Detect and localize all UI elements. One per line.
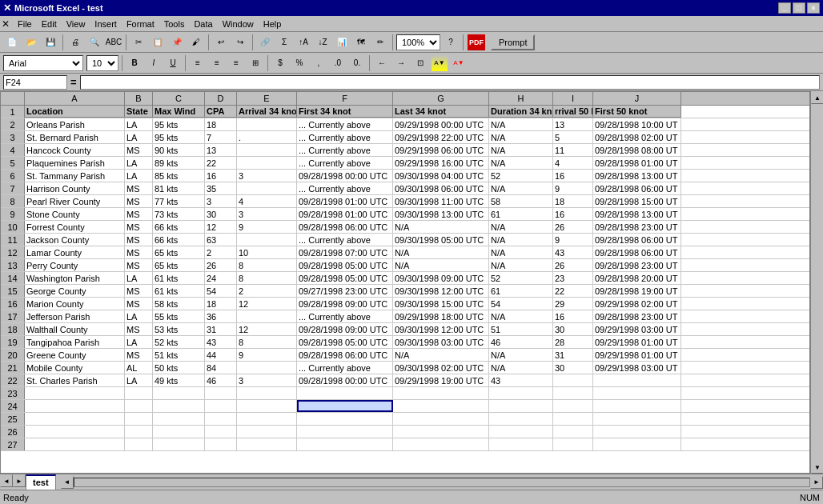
cell-20-0[interactable]: Greene County — [25, 349, 125, 361]
cell-12-4[interactable]: 10 — [237, 246, 297, 258]
cell-12-9[interactable]: 09/28/1998 06:00 UT — [593, 246, 681, 258]
cell-g1[interactable]: Last 34 knot — [393, 106, 489, 118]
cell-7-3[interactable]: 35 — [205, 182, 237, 194]
sheet-scroll-right-button[interactable]: ► — [13, 474, 26, 487]
font-size-selector[interactable]: 10 — [86, 55, 118, 71]
cell-18-2[interactable]: 53 kts — [153, 323, 205, 335]
cell-20-6[interactable]: N/A — [393, 349, 489, 361]
menu-data[interactable]: Data — [189, 18, 217, 30]
cell-23-8[interactable] — [553, 387, 593, 399]
cell-16-2[interactable]: 58 kts — [153, 298, 205, 310]
increase-indent-button[interactable]: → — [392, 54, 410, 72]
cell-17-1[interactable]: LA — [125, 310, 153, 322]
cell-17-7[interactable]: N/A — [489, 310, 553, 322]
col-header-f[interactable]: F — [297, 92, 393, 105]
cell-9-2[interactable]: 73 kts — [153, 208, 205, 220]
zoom-selector[interactable]: 100% — [396, 34, 440, 50]
cell-9-1[interactable]: MS — [125, 208, 153, 220]
cell-25-6[interactable] — [393, 413, 489, 425]
cell-6-0[interactable]: St. Tammany Parish — [25, 170, 125, 182]
cell-4-5[interactable]: ... Currently above — [297, 144, 393, 156]
save-button[interactable]: 💾 — [42, 34, 59, 51]
cell-24-2[interactable] — [153, 400, 205, 412]
cell-23-6[interactable] — [393, 387, 489, 399]
cell-16-8[interactable]: 29 — [553, 298, 593, 310]
cell-11-0[interactable]: Jackson County — [25, 234, 125, 246]
cell-25-9[interactable] — [593, 413, 681, 425]
cell-3-9[interactable]: 09/28/1998 02:00 UT — [593, 131, 681, 143]
cell-26-0[interactable] — [25, 426, 125, 438]
cell-7-8[interactable]: 9 — [553, 182, 593, 194]
col-header-j[interactable]: J — [593, 92, 681, 105]
cell-20-2[interactable]: 51 kts — [153, 349, 205, 361]
cell-8-6[interactable]: 09/30/1998 11:00 UTC — [393, 195, 489, 207]
cell-4-7[interactable]: N/A — [489, 144, 553, 156]
cell-9-9[interactable]: 09/28/1998 13:00 UT — [593, 208, 681, 220]
cell-14-1[interactable]: LA — [125, 272, 153, 284]
cell-22-0[interactable]: St. Charles Parish — [25, 374, 125, 386]
cell-21-1[interactable]: AL — [125, 362, 153, 374]
cell-15-1[interactable]: MS — [125, 285, 153, 297]
cell-f1[interactable]: First 34 knot — [297, 106, 393, 118]
cell-18-3[interactable]: 31 — [205, 323, 237, 335]
cell-21-6[interactable]: 09/30/1998 02:00 UTC — [393, 362, 489, 374]
cell-3-3[interactable]: 7 — [205, 131, 237, 143]
sort-desc-button[interactable]: ↓Z — [314, 34, 331, 51]
cell-21-2[interactable]: 50 kts — [153, 362, 205, 374]
cell-25-0[interactable] — [25, 413, 125, 425]
cell-13-3[interactable]: 26 — [205, 259, 237, 271]
cell-26-1[interactable] — [125, 426, 153, 438]
cell-20-5[interactable]: 09/28/1998 06:00 UTC — [297, 349, 393, 361]
cell-5-2[interactable]: 89 kts — [153, 157, 205, 169]
cell-3-0[interactable]: St. Bernard Parish — [25, 131, 125, 143]
cell-26-3[interactable] — [205, 426, 237, 438]
print-preview-button[interactable]: 🔍 — [86, 34, 103, 51]
cell-27-2[interactable] — [153, 438, 205, 450]
cell-11-8[interactable]: 9 — [553, 234, 593, 246]
pdf-button[interactable]: PDF — [467, 34, 486, 51]
menu-format[interactable]: Format — [122, 18, 159, 30]
cell-3-2[interactable]: 95 kts — [153, 131, 205, 143]
cell-15-5[interactable]: 09/27/1998 23:00 UTC — [297, 285, 393, 297]
cell-9-4[interactable]: 3 — [237, 208, 297, 220]
cell-19-8[interactable]: 28 — [553, 336, 593, 348]
cell-6-6[interactable]: 09/30/1998 04:00 UTC — [393, 170, 489, 182]
cell-27-1[interactable] — [125, 438, 153, 450]
cell-6-8[interactable]: 16 — [553, 170, 593, 182]
percent-button[interactable]: % — [291, 54, 308, 72]
cell-13-2[interactable]: 65 kts — [153, 259, 205, 271]
cell-4-0[interactable]: Hancock County — [25, 144, 125, 156]
cell-11-3[interactable]: 63 — [205, 234, 237, 246]
cell-9-0[interactable]: Stone County — [25, 208, 125, 220]
cell-15-2[interactable]: 61 kts — [153, 285, 205, 297]
scroll-track[interactable] — [811, 104, 823, 461]
cell-12-2[interactable]: 65 kts — [153, 246, 205, 258]
cell-22-1[interactable]: LA — [125, 374, 153, 386]
cell-8-1[interactable]: MS — [125, 195, 153, 207]
cell-6-7[interactable]: 52 — [489, 170, 553, 182]
cell-2-6[interactable]: 09/29/1998 00:00 UTC — [393, 118, 489, 130]
cell-21-3[interactable]: 84 — [205, 362, 237, 374]
cell-10-3[interactable]: 12 — [205, 221, 237, 233]
h-scroll-track[interactable] — [74, 478, 810, 487]
cell-14-3[interactable]: 24 — [205, 272, 237, 284]
cell-14-5[interactable]: 09/28/1998 05:00 UTC — [297, 272, 393, 284]
cell-19-1[interactable]: LA — [125, 336, 153, 348]
cell-22-8[interactable] — [553, 374, 593, 386]
cell-18-5[interactable]: 09/28/1998 09:00 UTC — [297, 323, 393, 335]
cell-21-5[interactable]: ... Currently above — [297, 362, 393, 374]
scroll-left-button[interactable]: ◄ — [61, 476, 74, 489]
cell-16-7[interactable]: 54 — [489, 298, 553, 310]
underline-button[interactable]: U — [164, 54, 182, 72]
cell-4-2[interactable]: 90 kts — [153, 144, 205, 156]
cell-7-5[interactable]: ... Currently above — [297, 182, 393, 194]
cell-14-0[interactable]: Washington Parish — [25, 272, 125, 284]
fill-color-button[interactable]: A▼ — [431, 54, 448, 72]
cell-23-4[interactable] — [237, 387, 297, 399]
cell-19-2[interactable]: 52 kts — [153, 336, 205, 348]
cell-3-8[interactable]: 5 — [553, 131, 593, 143]
cell-7-9[interactable]: 09/28/1998 06:00 UT — [593, 182, 681, 194]
cell-i1[interactable]: rrival 50 kn — [553, 106, 593, 118]
cell-26-7[interactable] — [489, 426, 553, 438]
redo-button[interactable]: ↪ — [231, 34, 249, 51]
